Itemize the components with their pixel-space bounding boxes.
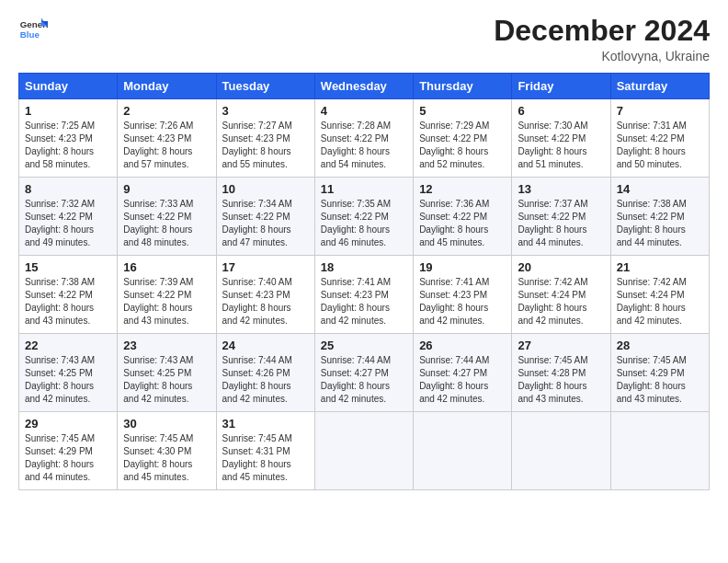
header: General Blue December 2024 Kotlovyna, Uk… [18,15,710,63]
calendar-cell: 29Sunrise: 7:45 AMSunset: 4:29 PMDayligh… [19,412,118,490]
day-number: 20 [518,260,604,274]
calendar-cell: 5Sunrise: 7:29 AMSunset: 4:22 PMDaylight… [414,99,512,178]
calendar-cell: 23Sunrise: 7:43 AMSunset: 4:25 PMDayligh… [118,334,216,412]
day-number: 3 [222,104,309,118]
calendar-cell: 18Sunrise: 7:41 AMSunset: 4:23 PMDayligh… [314,256,413,334]
day-info: Sunrise: 7:45 AMSunset: 4:29 PMDaylight:… [25,432,111,484]
calendar-week-row: 8Sunrise: 7:32 AMSunset: 4:22 PMDaylight… [19,178,710,256]
day-info: Sunrise: 7:44 AMSunset: 4:27 PMDaylight:… [321,354,407,406]
day-info: Sunrise: 7:33 AMSunset: 4:22 PMDaylight:… [123,198,210,249]
col-friday: Friday [512,74,610,99]
day-number: 12 [419,182,506,196]
day-info: Sunrise: 7:29 AMSunset: 4:22 PMDaylight:… [419,120,506,171]
col-tuesday: Tuesday [216,74,314,99]
day-info: Sunrise: 7:25 AMSunset: 4:23 PMDaylight:… [25,120,111,171]
calendar-cell [610,412,709,490]
day-number: 6 [518,104,604,118]
svg-text:Blue: Blue [20,29,40,40]
day-info: Sunrise: 7:40 AMSunset: 4:23 PMDaylight:… [222,276,309,327]
calendar-cell: 9Sunrise: 7:33 AMSunset: 4:22 PMDaylight… [118,178,216,256]
day-number: 17 [222,260,309,274]
day-number: 1 [25,104,111,118]
day-number: 9 [123,182,210,196]
day-number: 23 [123,339,210,352]
day-info: Sunrise: 7:34 AMSunset: 4:22 PMDaylight:… [222,198,309,249]
day-info: Sunrise: 7:45 AMSunset: 4:31 PMDaylight:… [222,432,309,484]
col-thursday: Thursday [414,74,512,99]
day-info: Sunrise: 7:36 AMSunset: 4:22 PMDaylight:… [419,198,506,249]
day-number: 22 [25,339,111,352]
day-number: 24 [222,339,309,352]
calendar-cell: 7Sunrise: 7:31 AMSunset: 4:22 PMDaylight… [610,99,709,178]
day-info: Sunrise: 7:41 AMSunset: 4:23 PMDaylight:… [321,276,407,327]
day-number: 16 [123,260,210,274]
calendar-cell: 12Sunrise: 7:36 AMSunset: 4:22 PMDayligh… [414,178,512,256]
day-info: Sunrise: 7:27 AMSunset: 4:23 PMDaylight:… [222,120,309,171]
day-number: 30 [123,417,210,431]
calendar-cell: 24Sunrise: 7:44 AMSunset: 4:26 PMDayligh… [216,334,314,412]
day-number: 4 [321,104,407,118]
day-info: Sunrise: 7:28 AMSunset: 4:22 PMDaylight:… [321,120,407,171]
day-info: Sunrise: 7:43 AMSunset: 4:25 PMDaylight:… [25,354,111,406]
day-info: Sunrise: 7:43 AMSunset: 4:25 PMDaylight:… [123,354,210,406]
calendar-table: Sunday Monday Tuesday Wednesday Thursday… [18,73,710,490]
calendar-cell: 22Sunrise: 7:43 AMSunset: 4:25 PMDayligh… [19,334,118,412]
day-number: 19 [419,260,506,274]
calendar-cell: 31Sunrise: 7:45 AMSunset: 4:31 PMDayligh… [216,412,314,490]
day-number: 2 [123,104,210,118]
calendar-cell: 28Sunrise: 7:45 AMSunset: 4:29 PMDayligh… [610,334,709,412]
day-info: Sunrise: 7:32 AMSunset: 4:22 PMDaylight:… [25,198,111,249]
calendar-cell: 27Sunrise: 7:45 AMSunset: 4:28 PMDayligh… [512,334,610,412]
calendar-cell: 8Sunrise: 7:32 AMSunset: 4:22 PMDaylight… [19,178,118,256]
calendar-cell: 11Sunrise: 7:35 AMSunset: 4:22 PMDayligh… [314,178,413,256]
day-number: 14 [617,182,703,196]
day-number: 7 [617,104,703,118]
calendar-cell: 21Sunrise: 7:42 AMSunset: 4:24 PMDayligh… [610,256,709,334]
logo-icon: General Blue [18,15,48,44]
col-monday: Monday [118,74,216,99]
day-info: Sunrise: 7:44 AMSunset: 4:26 PMDaylight:… [222,354,309,406]
calendar-cell: 16Sunrise: 7:39 AMSunset: 4:22 PMDayligh… [118,256,216,334]
day-number: 28 [617,339,703,352]
calendar-cell: 13Sunrise: 7:37 AMSunset: 4:22 PMDayligh… [512,178,610,256]
logo: General Blue [18,15,48,44]
calendar-cell: 1Sunrise: 7:25 AMSunset: 4:23 PMDaylight… [19,99,118,178]
day-number: 10 [222,182,309,196]
day-number: 8 [25,182,111,196]
title-block: December 2024 Kotlovyna, Ukraine [494,15,710,63]
calendar-cell: 17Sunrise: 7:40 AMSunset: 4:23 PMDayligh… [216,256,314,334]
calendar-cell: 26Sunrise: 7:44 AMSunset: 4:27 PMDayligh… [414,334,512,412]
calendar-header-row: Sunday Monday Tuesday Wednesday Thursday… [19,74,710,99]
calendar-cell: 10Sunrise: 7:34 AMSunset: 4:22 PMDayligh… [216,178,314,256]
day-info: Sunrise: 7:42 AMSunset: 4:24 PMDaylight:… [617,276,703,327]
day-info: Sunrise: 7:42 AMSunset: 4:24 PMDaylight:… [518,276,604,327]
location-subtitle: Kotlovyna, Ukraine [494,49,710,63]
day-info: Sunrise: 7:35 AMSunset: 4:22 PMDaylight:… [321,198,407,249]
calendar-week-row: 29Sunrise: 7:45 AMSunset: 4:29 PMDayligh… [19,412,710,490]
day-info: Sunrise: 7:31 AMSunset: 4:22 PMDaylight:… [617,120,703,171]
page: General Blue December 2024 Kotlovyna, Uk… [0,0,728,563]
calendar-cell: 2Sunrise: 7:26 AMSunset: 4:23 PMDaylight… [118,99,216,178]
day-info: Sunrise: 7:41 AMSunset: 4:23 PMDaylight:… [419,276,506,327]
day-info: Sunrise: 7:38 AMSunset: 4:22 PMDaylight:… [617,198,703,249]
day-number: 26 [419,339,506,352]
calendar-cell: 30Sunrise: 7:45 AMSunset: 4:30 PMDayligh… [118,412,216,490]
col-wednesday: Wednesday [314,74,413,99]
calendar-cell [414,412,512,490]
day-info: Sunrise: 7:44 AMSunset: 4:27 PMDaylight:… [419,354,506,406]
calendar-cell: 25Sunrise: 7:44 AMSunset: 4:27 PMDayligh… [314,334,413,412]
col-sunday: Sunday [19,74,118,99]
col-saturday: Saturday [610,74,709,99]
calendar-week-row: 22Sunrise: 7:43 AMSunset: 4:25 PMDayligh… [19,334,710,412]
calendar-week-row: 1Sunrise: 7:25 AMSunset: 4:23 PMDaylight… [19,99,710,178]
calendar-cell: 19Sunrise: 7:41 AMSunset: 4:23 PMDayligh… [414,256,512,334]
calendar-cell: 15Sunrise: 7:38 AMSunset: 4:22 PMDayligh… [19,256,118,334]
day-info: Sunrise: 7:45 AMSunset: 4:28 PMDaylight:… [518,354,604,406]
day-info: Sunrise: 7:26 AMSunset: 4:23 PMDaylight:… [123,120,210,171]
day-number: 15 [25,260,111,274]
day-info: Sunrise: 7:39 AMSunset: 4:22 PMDaylight:… [123,276,210,327]
calendar-cell [512,412,610,490]
calendar-cell [314,412,413,490]
day-info: Sunrise: 7:37 AMSunset: 4:22 PMDaylight:… [518,198,604,249]
day-number: 13 [518,182,604,196]
